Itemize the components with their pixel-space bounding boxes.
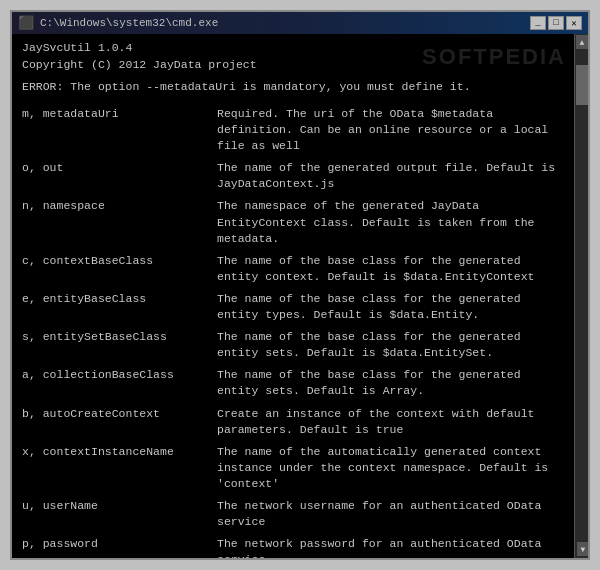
param-row: o, outThe name of the generated output f… bbox=[22, 160, 562, 192]
terminal-output: JaySvcUtil 1.0.4 Copyright (C) 2012 JayD… bbox=[22, 40, 578, 558]
param-row: u, userNameThe network username for an a… bbox=[22, 498, 562, 530]
scroll-thumb[interactable] bbox=[576, 65, 588, 105]
title-bar-buttons: _ □ ✕ bbox=[530, 16, 582, 30]
param-desc: The network username for an authenticate… bbox=[217, 498, 562, 530]
minimize-button[interactable]: _ bbox=[530, 16, 546, 30]
title-bar-left: ⬛ C:\Windows\system32\cmd.exe bbox=[18, 15, 218, 31]
window-icon: ⬛ bbox=[18, 15, 34, 31]
param-row: b, autoCreateContextCreate an instance o… bbox=[22, 406, 562, 438]
error-line: ERROR: The option --metadataUri is manda… bbox=[22, 79, 562, 96]
param-key: o, out bbox=[22, 160, 217, 177]
window-title: C:\Windows\system32\cmd.exe bbox=[40, 17, 218, 29]
close-button[interactable]: ✕ bbox=[566, 16, 582, 30]
param-row: s, entitySetBaseClassThe name of the bas… bbox=[22, 329, 562, 361]
header-line-2: Copyright (C) 2012 JayData project bbox=[22, 57, 562, 74]
param-key: b, autoCreateContext bbox=[22, 406, 217, 423]
param-desc: The network password for an authenticate… bbox=[217, 536, 562, 558]
header-line-1: JaySvcUtil 1.0.4 bbox=[22, 40, 562, 57]
param-key: a, collectionBaseClass bbox=[22, 367, 217, 384]
param-desc: The name of the generated output file. D… bbox=[217, 160, 562, 192]
param-desc: The name of the base class for the gener… bbox=[217, 253, 562, 285]
param-key: s, entitySetBaseClass bbox=[22, 329, 217, 346]
param-key: e, entityBaseClass bbox=[22, 291, 217, 308]
param-row: e, entityBaseClassThe name of the base c… bbox=[22, 291, 562, 323]
param-key: n, namespace bbox=[22, 198, 217, 215]
scroll-down-arrow[interactable]: ▼ bbox=[577, 542, 588, 556]
param-key: c, contextBaseClass bbox=[22, 253, 217, 270]
param-desc: Create an instance of the context with d… bbox=[217, 406, 562, 438]
param-key: p, password bbox=[22, 536, 217, 553]
maximize-button[interactable]: □ bbox=[548, 16, 564, 30]
terminal-content: SOFTPEDIA JaySvcUtil 1.0.4 Copyright (C)… bbox=[12, 34, 588, 558]
param-table: m, metadataUriRequired. The uri of the O… bbox=[22, 106, 562, 558]
param-desc: The namespace of the generated JayData E… bbox=[217, 198, 562, 246]
param-key: m, metadataUri bbox=[22, 106, 217, 123]
param-desc: The name of the base class for the gener… bbox=[217, 367, 562, 399]
param-row: c, contextBaseClassThe name of the base … bbox=[22, 253, 562, 285]
param-desc: Required. The uri of the OData $metadata… bbox=[217, 106, 562, 154]
scrollbar[interactable]: ▲ ▼ bbox=[574, 34, 588, 558]
param-desc: The name of the automatically generated … bbox=[217, 444, 562, 492]
param-row: x, contextInstanceNameThe name of the au… bbox=[22, 444, 562, 492]
param-row: n, namespaceThe namespace of the generat… bbox=[22, 198, 562, 246]
param-desc: The name of the base class for the gener… bbox=[217, 329, 562, 361]
terminal-window: ⬛ C:\Windows\system32\cmd.exe _ □ ✕ SOFT… bbox=[10, 10, 590, 560]
param-desc: The name of the base class for the gener… bbox=[217, 291, 562, 323]
param-key: u, userName bbox=[22, 498, 217, 515]
param-key: x, contextInstanceName bbox=[22, 444, 217, 461]
param-row: p, passwordThe network password for an a… bbox=[22, 536, 562, 558]
title-bar: ⬛ C:\Windows\system32\cmd.exe _ □ ✕ bbox=[12, 12, 588, 34]
scroll-up-arrow[interactable]: ▲ bbox=[576, 35, 588, 49]
param-row: m, metadataUriRequired. The uri of the O… bbox=[22, 106, 562, 154]
param-row: a, collectionBaseClassThe name of the ba… bbox=[22, 367, 562, 399]
